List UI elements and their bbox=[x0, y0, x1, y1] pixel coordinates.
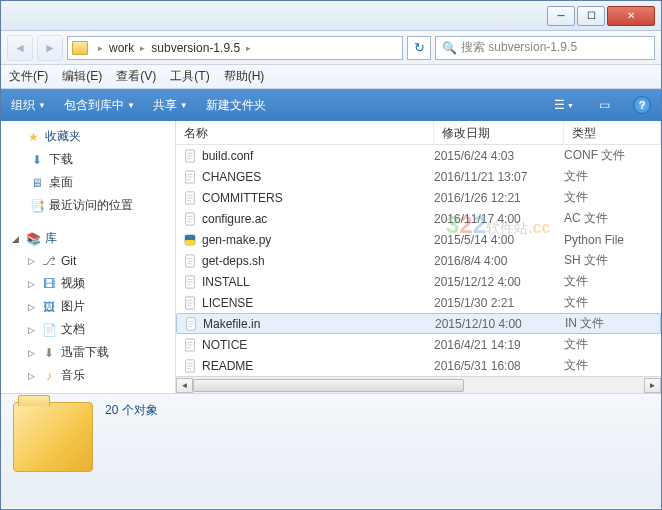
file-icon bbox=[182, 211, 198, 227]
file-row[interactable]: build.conf2015/6/24 4:03CONF 文件 bbox=[176, 145, 661, 166]
file-type: 文件 bbox=[564, 357, 657, 374]
folder-preview-icon bbox=[13, 402, 93, 472]
expand-icon[interactable]: ▷ bbox=[25, 325, 37, 335]
file-date: 2015/5/14 4:00 bbox=[434, 233, 564, 247]
file-row[interactable]: LICENSE2015/1/30 2:21文件 bbox=[176, 292, 661, 313]
breadcrumb[interactable]: ▸ work ▸ subversion-1.9.5 ▸ bbox=[67, 36, 403, 60]
sidebar-music[interactable]: ▷♪音乐 bbox=[1, 364, 175, 387]
file-icon bbox=[182, 232, 198, 248]
scroll-left-button[interactable]: ◄ bbox=[176, 378, 193, 393]
menu-edit[interactable]: 编辑(E) bbox=[62, 68, 102, 85]
file-icon bbox=[182, 358, 198, 374]
sidebar-videos[interactable]: ▷🎞视频 bbox=[1, 272, 175, 295]
column-type[interactable]: 类型 bbox=[564, 121, 661, 144]
include-library-button[interactable]: 包含到库中▼ bbox=[64, 97, 135, 114]
breadcrumb-seg[interactable]: work bbox=[109, 41, 134, 55]
xunlei-icon: ⬇ bbox=[41, 345, 57, 361]
sidebar-recent[interactable]: 📑最近访问的位置 bbox=[1, 194, 175, 217]
file-name: get-deps.sh bbox=[202, 254, 434, 268]
download-icon: ⬇ bbox=[29, 152, 45, 168]
sidebar-downloads[interactable]: ⬇下载 bbox=[1, 148, 175, 171]
expand-icon[interactable]: ▷ bbox=[25, 256, 37, 266]
sidebar-libraries[interactable]: ◢📚库 bbox=[1, 227, 175, 250]
chevron-down-icon: ▼ bbox=[38, 101, 46, 110]
sidebar-git[interactable]: ▷⎇Git bbox=[1, 250, 175, 272]
sidebar-favorites[interactable]: ★收藏夹 bbox=[1, 125, 175, 148]
svg-rect-5 bbox=[185, 240, 196, 245]
file-row[interactable]: COMMITTERS2016/1/26 12:21文件 bbox=[176, 187, 661, 208]
file-type: 文件 bbox=[564, 273, 657, 290]
newfolder-button[interactable]: 新建文件夹 bbox=[206, 97, 266, 114]
expand-icon[interactable]: ▷ bbox=[25, 302, 37, 312]
share-button[interactable]: 共享▼ bbox=[153, 97, 188, 114]
image-icon: 🖼 bbox=[41, 299, 57, 315]
file-pane: 名称 修改日期 类型 build.conf2015/6/24 4:03CONF … bbox=[176, 121, 661, 393]
horizontal-scrollbar[interactable]: ◄ ► bbox=[176, 376, 661, 393]
close-button[interactable]: ✕ bbox=[607, 6, 655, 26]
file-type: 文件 bbox=[564, 189, 657, 206]
back-button[interactable]: ◄ bbox=[7, 35, 33, 61]
expand-icon[interactable]: ▷ bbox=[25, 279, 37, 289]
file-icon bbox=[182, 295, 198, 311]
preview-pane-button[interactable]: ▭ bbox=[593, 94, 615, 116]
column-date[interactable]: 修改日期 bbox=[434, 121, 564, 144]
chevron-right-icon: ▸ bbox=[140, 43, 145, 53]
sidebar-documents[interactable]: ▷📄文档 bbox=[1, 318, 175, 341]
search-input[interactable]: 🔍 搜索 subversion-1.9.5 bbox=[435, 36, 655, 60]
file-row[interactable]: Makefile.in2015/12/10 4:00IN 文件 bbox=[176, 313, 661, 334]
file-row[interactable]: CHANGES2016/11/21 13:07文件 bbox=[176, 166, 661, 187]
scroll-thumb[interactable] bbox=[193, 379, 464, 392]
file-date: 2015/12/10 4:00 bbox=[435, 317, 565, 331]
status-count: 20 个对象 bbox=[105, 402, 158, 419]
file-row[interactable]: configure.ac2016/11/17 4:00AC 文件 bbox=[176, 208, 661, 229]
file-date: 2015/12/12 4:00 bbox=[434, 275, 564, 289]
file-row[interactable]: gen-make.py2015/5/14 4:00Python File bbox=[176, 229, 661, 250]
menu-file[interactable]: 文件(F) bbox=[9, 68, 48, 85]
expand-icon[interactable]: ▷ bbox=[25, 371, 37, 381]
file-type: 文件 bbox=[564, 294, 657, 311]
file-type: 文件 bbox=[564, 168, 657, 185]
file-list[interactable]: build.conf2015/6/24 4:03CONF 文件CHANGES20… bbox=[176, 145, 661, 376]
organize-button[interactable]: 组织▼ bbox=[11, 97, 46, 114]
folder-icon bbox=[72, 41, 88, 55]
file-row[interactable]: README2016/5/31 16:08文件 bbox=[176, 355, 661, 376]
file-date: 2016/11/17 4:00 bbox=[434, 212, 564, 226]
sidebar-pictures[interactable]: ▷🖼图片 bbox=[1, 295, 175, 318]
file-icon bbox=[183, 316, 199, 332]
file-name: gen-make.py bbox=[202, 233, 434, 247]
maximize-button[interactable]: ☐ bbox=[577, 6, 605, 26]
view-options-button[interactable]: ☰▼ bbox=[553, 94, 575, 116]
refresh-button[interactable]: ↻ bbox=[407, 36, 431, 60]
forward-button[interactable]: ► bbox=[37, 35, 63, 61]
file-icon bbox=[182, 190, 198, 206]
scroll-right-button[interactable]: ► bbox=[644, 378, 661, 393]
music-icon: ♪ bbox=[41, 368, 57, 384]
minimize-button[interactable]: ─ bbox=[547, 6, 575, 26]
file-icon bbox=[182, 253, 198, 269]
file-type: AC 文件 bbox=[564, 210, 657, 227]
menu-tools[interactable]: 工具(T) bbox=[170, 68, 209, 85]
sidebar-xunlei[interactable]: ▷⬇迅雷下载 bbox=[1, 341, 175, 364]
chevron-down-icon: ▼ bbox=[180, 101, 188, 110]
column-name[interactable]: 名称 bbox=[176, 121, 434, 144]
scroll-track[interactable] bbox=[193, 378, 644, 393]
file-date: 2015/6/24 4:03 bbox=[434, 149, 564, 163]
menu-help[interactable]: 帮助(H) bbox=[224, 68, 265, 85]
file-row[interactable]: get-deps.sh2016/8/4 4:00SH 文件 bbox=[176, 250, 661, 271]
file-row[interactable]: NOTICE2016/4/21 14:19文件 bbox=[176, 334, 661, 355]
file-icon bbox=[182, 337, 198, 353]
file-name: COMMITTERS bbox=[202, 191, 434, 205]
column-headers: 名称 修改日期 类型 bbox=[176, 121, 661, 145]
breadcrumb-seg[interactable]: subversion-1.9.5 bbox=[151, 41, 240, 55]
file-date: 2015/1/30 2:21 bbox=[434, 296, 564, 310]
file-row[interactable]: INSTALL2015/12/12 4:00文件 bbox=[176, 271, 661, 292]
expand-icon[interactable]: ▷ bbox=[25, 348, 37, 358]
file-date: 2016/1/26 12:21 bbox=[434, 191, 564, 205]
file-type: IN 文件 bbox=[565, 315, 656, 332]
sidebar-desktop[interactable]: 🖥桌面 bbox=[1, 171, 175, 194]
menu-view[interactable]: 查看(V) bbox=[116, 68, 156, 85]
help-button[interactable]: ? bbox=[633, 96, 651, 114]
content-area: ★收藏夹 ⬇下载 🖥桌面 📑最近访问的位置 ◢📚库 ▷⎇Git ▷🎞视频 ▷🖼图… bbox=[1, 121, 661, 393]
expand-icon[interactable]: ◢ bbox=[9, 234, 21, 244]
git-icon: ⎇ bbox=[41, 253, 57, 269]
